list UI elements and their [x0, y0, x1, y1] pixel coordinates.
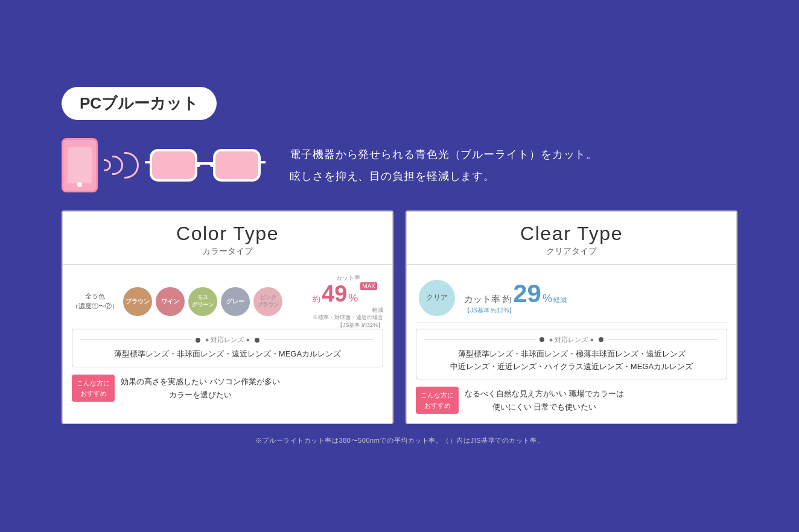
hero-section: 電子機器から発せられる青色光（ブルーライト）をカット。 眩しさを抑え、目の負担を… [62, 138, 737, 192]
color-card-header: Color Type カラータイプ [63, 212, 392, 265]
phone-icon [62, 138, 98, 192]
clear-card-header: Clear Type クリアタイプ [407, 212, 736, 265]
clear-rate-info: カット率 約 29 % 軽減 【JS基準 約13%】 [464, 281, 567, 315]
swatch-pink: ピンクブラウン [253, 287, 282, 316]
clear-card-body: クリア カット率 約 29 % 軽減 【JS基準 約13%】 [407, 265, 736, 423]
phone-dot [77, 182, 82, 187]
color-type-card: Color Type カラータイプ 全５色 （濃度①〜②） ブラウン ワイン [62, 211, 393, 425]
title-badge: PCブルーカット [62, 87, 217, 120]
clear-rate-sub: 【JS基準 約13%】 [464, 306, 567, 315]
cut-rate-value-row: 約 49 % MAX [313, 282, 383, 305]
color-lens-text: 薄型標準レンズ・非球面レンズ・遠近レンズ・MEGAカルレンズ [81, 348, 374, 361]
clear-badge-line2: おすすめ [421, 401, 454, 411]
wave-2 [112, 156, 123, 175]
svg-point-6 [210, 162, 215, 167]
lens-dot-left [196, 338, 200, 343]
color-badge-line1: こんな方に [77, 378, 110, 388]
page-container: PCブルーカット [37, 69, 762, 464]
cut-note-text3: 【JS基準 約32%】 [313, 321, 383, 329]
color-badge-line2: おすすめ [77, 388, 110, 399]
color-recommend-badge: こんな方に おすすめ [72, 375, 115, 402]
hero-description: 電子機器から発せられる青色光（ブルーライト）をカット。 眩しさを抑え、目の負担を… [290, 144, 597, 187]
color-recommend-text: 効果の高さを実感したい パソコン作業が多い カラーを選びたい [121, 375, 280, 402]
clear-recommend-line1: なるべく自然な見え方がいい 職場でカラーは [465, 387, 624, 401]
hero-line1: 電子機器から発せられる青色光（ブルーライト）をカット。 [290, 144, 597, 165]
clear-type-title: Clear Type [413, 223, 730, 245]
swatch-gray: グレー [221, 287, 250, 316]
clear-recommend-row: こんな方に おすすめ なるべく自然な見え方がいい 職場でカラーは 使いにくい 日… [416, 387, 727, 414]
color-swatches: ブラウン ワイン モスグリーン グレー ピンクブラウン [123, 287, 282, 316]
cut-badge: MAX [360, 282, 377, 290]
color-type-title: Color Type [69, 223, 386, 245]
clear-recommend-line2: 使いにくい 日常でも使いたい [465, 401, 624, 414]
signal-waves-icon [104, 152, 139, 179]
swatch-label: 全５色 （濃度①〜②） [72, 292, 118, 311]
color-card-body: 全５色 （濃度①〜②） ブラウン ワイン モスグリーン グレー ピンクブラウン … [63, 265, 392, 411]
cut-suffix: % [348, 292, 358, 305]
phone-screen [68, 147, 92, 183]
swatch-label-line1: 全５色 [72, 292, 118, 301]
hero-line2: 眩しさを抑え、目の負担を軽減します。 [290, 165, 597, 187]
clear-swatch-row: クリア カット率 約 29 % 軽減 【JS基準 約13%】 [416, 274, 727, 323]
svg-rect-1 [214, 150, 259, 180]
cut-prefix: 約 [313, 294, 320, 305]
swatch-brown: ブラウン [123, 287, 152, 316]
clear-lens-dot-right [599, 337, 603, 342]
clear-swatch: クリア [419, 280, 455, 316]
cut-rate-section: カット率 約 49 % MAX 軽減 ※標準・対球面・遠近の場合 【JS基準 約… [313, 274, 383, 329]
color-lens-label-text: ● 対応レンズ ● [205, 335, 250, 344]
cut-note-text2: ※標準・対球面・遠近の場合 [313, 314, 383, 321]
clear-lens-text-line2: 中近レンズ・近近レンズ・ハイクラス遠近レンズ・MEGAカルレンズ [425, 361, 718, 373]
cut-note1: 軽減 ※標準・対球面・遠近の場合 【JS基準 約32%】 [313, 306, 383, 329]
clear-rate-value: 29 [513, 281, 541, 306]
hero-illustration [62, 138, 266, 192]
footnote: ※ブルーライトカット率は380〜500nmでの平均カット率。（）内はJIS基準で… [62, 436, 737, 445]
cards-section: Color Type カラータイプ 全５色 （濃度①〜②） ブラウン ワイン [62, 211, 737, 425]
wave-3 [124, 152, 139, 179]
swatches-cut-wrapper: 全５色 （濃度①〜②） ブラウン ワイン モスグリーン グレー ピンクブラウン … [72, 274, 383, 329]
color-recommend-line1: 効果の高さを実感したい パソコン作業が多い [121, 375, 280, 388]
color-lens-section: ● 対応レンズ ● 薄型標準レンズ・非球面レンズ・遠近レンズ・MEGAカルレンズ [72, 329, 383, 367]
swatch-wine: ワイン [156, 287, 185, 316]
clear-recommend-badge: こんな方に おすすめ [416, 387, 459, 414]
clear-rate-prefix: カット率 約 [464, 294, 512, 305]
clear-lens-text-line1: 薄型標準レンズ・非球面レンズ・極薄非球面レンズ・遠近レンズ [425, 348, 718, 361]
clear-lens-text: 薄型標準レンズ・非球面レンズ・極薄非球面レンズ・遠近レンズ 中近レンズ・近近レン… [425, 348, 718, 373]
color-type-subtitle: カラータイプ [69, 246, 386, 257]
svg-rect-0 [151, 150, 196, 180]
clear-rate-row: カット率 約 29 % 軽減 [464, 281, 567, 306]
clear-type-subtitle: クリアタイプ [413, 246, 730, 257]
lens-dot-right [255, 338, 259, 343]
color-lens-label: ● 対応レンズ ● [81, 335, 374, 344]
color-recommend-line2: カラーを選びたい [121, 388, 280, 402]
clear-type-card: Clear Type クリアタイプ クリア カット率 約 29 % 軽減 【JS… [406, 211, 737, 425]
clear-badge-line1: こんな方に [421, 390, 454, 401]
clear-recommend-text: なるべく自然な見え方がいい 職場でカラーは 使いにくい 日常でも使いたい [465, 387, 624, 414]
clear-lens-dot-left [540, 337, 544, 342]
clear-lens-section: ● 対応レンズ ● 薄型標準レンズ・非球面レンズ・極薄非球面レンズ・遠近レンズ … [416, 329, 727, 380]
title-text: PCブルーカット [80, 94, 199, 112]
cut-value: 49 [322, 282, 347, 305]
swatches-group: 全５色 （濃度①〜②） ブラウン ワイン モスグリーン グレー ピンクブラウン [72, 287, 282, 316]
wave-1 [104, 159, 111, 171]
clear-rate-note: 軽減 [553, 296, 567, 305]
clear-rate-suffix: % [543, 293, 552, 305]
svg-point-5 [196, 162, 200, 167]
clear-lens-label: ● 対応レンズ ● [425, 335, 718, 344]
clear-lens-label-text: ● 対応レンズ ● [549, 335, 594, 344]
swatch-label-line2: （濃度①〜②） [72, 302, 118, 311]
glasses-icon [145, 138, 266, 192]
color-recommend-row: こんな方に おすすめ 効果の高さを実感したい パソコン作業が多い カラーを選びた… [72, 375, 383, 402]
swatch-moss: モスグリーン [188, 287, 217, 316]
cut-note-text1: 軽減 [313, 306, 383, 314]
